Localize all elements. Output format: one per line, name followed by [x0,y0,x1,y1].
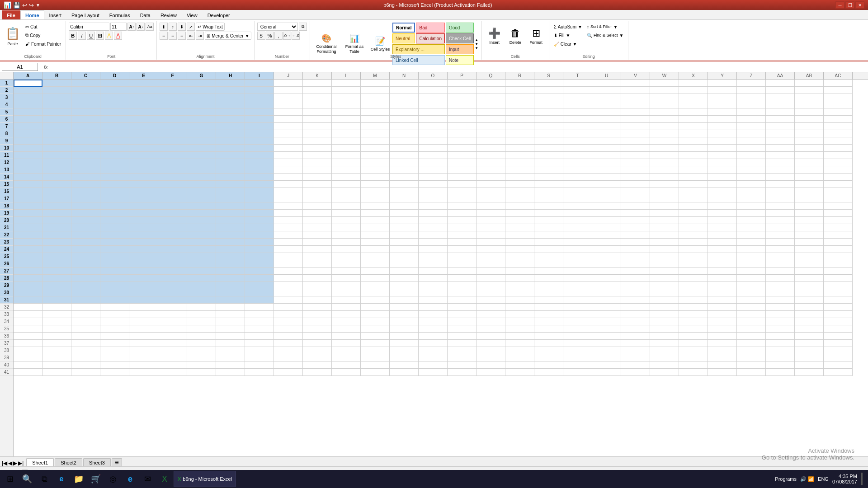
cell-S31[interactable] [534,296,563,304]
decrease-decimal-button[interactable]: ←.0 [292,32,300,40]
cell-AA27[interactable] [766,267,795,275]
cell-W20[interactable] [650,217,679,224]
cell-K28[interactable] [303,275,332,282]
cell-L21[interactable] [332,224,361,231]
cell-F26[interactable] [158,260,187,267]
cell-L6[interactable] [332,116,361,123]
cell-Z26[interactable] [737,260,766,267]
cell-B8[interactable] [42,130,71,137]
cell-AC17[interactable] [824,195,853,202]
cell-D18[interactable] [100,202,129,210]
cell-V8[interactable] [621,130,650,137]
cell-Z17[interactable] [737,195,766,202]
cell-Z30[interactable] [737,289,766,296]
cell-V20[interactable] [621,217,650,224]
cell-V13[interactable] [621,166,650,174]
cell-N37[interactable] [390,340,419,347]
cell-P3[interactable] [448,94,476,101]
row-num-3[interactable]: 3 [0,94,13,101]
cell-P28[interactable] [448,275,476,282]
row-num-6[interactable]: 6 [0,116,13,123]
cell-R14[interactable] [505,174,534,181]
cell-Y38[interactable] [708,347,737,354]
cell-D25[interactable] [100,253,129,260]
cell-U36[interactable] [592,333,621,340]
cell-V21[interactable] [621,224,650,231]
cell-H17[interactable] [216,195,245,202]
cell-G8[interactable] [187,130,216,137]
cell-V31[interactable] [621,296,650,304]
cell-V7[interactable] [621,123,650,130]
cell-D12[interactable] [100,159,129,166]
cell-E4[interactable] [129,101,158,108]
cell-J39[interactable] [274,354,303,361]
cell-P30[interactable] [448,289,476,296]
cell-D31[interactable] [100,296,129,304]
cell-S19[interactable] [534,210,563,217]
cell-R7[interactable] [505,123,534,130]
cell-F22[interactable] [158,231,187,239]
cell-AA5[interactable] [766,108,795,116]
cell-T12[interactable] [563,159,592,166]
sheet-nav-next[interactable]: ▶ [13,460,17,466]
cell-E18[interactable] [129,202,158,210]
cell-O16[interactable] [419,188,448,195]
cell-AB4[interactable] [795,101,824,108]
cell-G40[interactable] [187,361,216,369]
cell-U9[interactable] [592,137,621,145]
row-num-31[interactable]: 31 [0,296,13,304]
cell-J12[interactable] [274,159,303,166]
tab-data[interactable]: Data [135,10,156,19]
cell-M11[interactable] [361,152,390,159]
cell-X22[interactable] [679,231,708,239]
cell-D39[interactable] [100,354,129,361]
cell-K11[interactable] [303,152,332,159]
cell-D28[interactable] [100,275,129,282]
cell-I15[interactable] [245,181,274,188]
cell-AC5[interactable] [824,108,853,116]
cell-AA39[interactable] [766,354,795,361]
cell-Q2[interactable] [476,87,505,94]
cell-H20[interactable] [216,217,245,224]
cell-Y21[interactable] [708,224,737,231]
cell-U32[interactable] [592,304,621,311]
cell-Y13[interactable] [708,166,737,174]
cell-G26[interactable] [187,260,216,267]
cell-Q35[interactable] [476,325,505,333]
cell-Z15[interactable] [737,181,766,188]
cell-O12[interactable] [419,159,448,166]
cell-AC31[interactable] [824,296,853,304]
cell-Z10[interactable] [737,145,766,152]
cell-K9[interactable] [303,137,332,145]
cell-H25[interactable] [216,253,245,260]
cell-Z24[interactable] [737,246,766,253]
cell-H31[interactable] [216,296,245,304]
cell-V6[interactable] [621,116,650,123]
cell-A40[interactable] [14,361,42,369]
cell-N6[interactable] [390,116,419,123]
row-num-4[interactable]: 4 [0,101,13,108]
cell-N3[interactable] [390,94,419,101]
cell-S9[interactable] [534,137,563,145]
cell-AA40[interactable] [766,361,795,369]
cell-I10[interactable] [245,145,274,152]
cell-X15[interactable] [679,181,708,188]
cell-K3[interactable] [303,94,332,101]
cell-AB40[interactable] [795,361,824,369]
cell-Y6[interactable] [708,116,737,123]
cell-W3[interactable] [650,94,679,101]
currency-button[interactable]: $ [257,32,265,40]
cell-F39[interactable] [158,354,187,361]
cell-U15[interactable] [592,181,621,188]
number-format-select[interactable]: General Number Currency Accounting Date … [257,23,298,31]
cell-D40[interactable] [100,361,129,369]
cell-M17[interactable] [361,195,390,202]
copy-button[interactable]: ⧉ Copy [24,31,63,39]
cell-AB5[interactable] [795,108,824,116]
cell-E28[interactable] [129,275,158,282]
cell-C23[interactable] [71,239,100,246]
cell-M18[interactable] [361,202,390,210]
cell-M30[interactable] [361,289,390,296]
cell-V11[interactable] [621,152,650,159]
cell-B34[interactable] [42,318,71,325]
